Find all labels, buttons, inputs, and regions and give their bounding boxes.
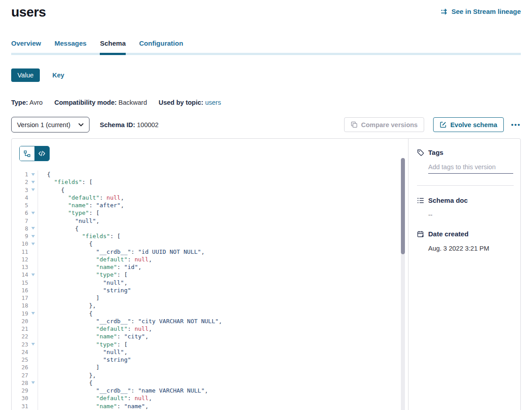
fold-arrow-icon[interactable] bbox=[31, 173, 35, 176]
tags-input[interactable] bbox=[428, 162, 513, 174]
meta-type: Type: Avro bbox=[11, 99, 43, 106]
tab-overview[interactable]: Overview bbox=[11, 39, 41, 53]
stream-lineage-link[interactable]: See in Stream lineage bbox=[441, 8, 521, 15]
code-line: 12 "default": null, bbox=[12, 256, 408, 263]
fold-gutter bbox=[28, 356, 38, 363]
code-text: ] bbox=[38, 363, 99, 371]
code-line: 11 "__crdb__": "id UUID NOT NULL", bbox=[12, 248, 408, 256]
schema-doc-section: Schema doc -- bbox=[417, 196, 514, 218]
code-text: { bbox=[38, 240, 93, 248]
code-line: 25 "string" bbox=[12, 356, 408, 363]
page-title: users bbox=[11, 4, 46, 20]
meta-compatibility: Compatibility mode: Backward bbox=[54, 99, 147, 106]
value-toggle-button[interactable]: Value bbox=[11, 68, 40, 82]
tab-underline-track bbox=[11, 53, 521, 55]
code-line: 30 "default": null, bbox=[12, 394, 408, 402]
fold-gutter bbox=[28, 194, 38, 201]
fold-gutter bbox=[28, 394, 38, 402]
fold-arrow-icon[interactable] bbox=[31, 181, 35, 184]
editor-scrollbar[interactable] bbox=[401, 158, 405, 410]
fold-gutter bbox=[28, 178, 38, 186]
code-line: 16 "string" bbox=[12, 286, 408, 294]
meta-compat-label: Compatibility mode: bbox=[54, 99, 116, 106]
evolve-schema-button[interactable]: Evolve schema bbox=[433, 117, 504, 132]
fold-arrow-icon[interactable] bbox=[31, 227, 35, 230]
fold-gutter bbox=[28, 317, 38, 325]
meta-topic-label: Used by topic: bbox=[158, 99, 203, 106]
tab-configuration[interactable]: Configuration bbox=[139, 39, 183, 53]
edit-icon bbox=[440, 121, 447, 128]
stream-lineage-icon bbox=[441, 9, 448, 15]
fold-gutter bbox=[28, 271, 38, 278]
code-line: 4 "default": null, bbox=[12, 194, 408, 201]
version-select-value: Version 1 (current) bbox=[17, 121, 70, 128]
fold-gutter bbox=[28, 348, 38, 356]
line-number: 8 bbox=[12, 225, 28, 232]
fold-arrow-icon[interactable] bbox=[31, 188, 35, 191]
schema-id-label: Schema ID: bbox=[100, 121, 135, 128]
key-toggle-button[interactable]: Key bbox=[52, 72, 64, 79]
fold-arrow-icon[interactable] bbox=[31, 243, 35, 245]
code-text: "name": "after", bbox=[38, 201, 124, 209]
schema-id-value: 100002 bbox=[137, 121, 158, 128]
fold-gutter bbox=[28, 387, 38, 394]
line-number: 2 bbox=[12, 178, 28, 186]
line-number: 27 bbox=[12, 372, 28, 379]
fold-gutter bbox=[28, 232, 38, 240]
code-line: 3 { bbox=[12, 186, 408, 194]
line-number: 25 bbox=[12, 356, 28, 363]
code-text: "string" bbox=[38, 286, 131, 294]
code-line: 26 ] bbox=[12, 363, 408, 371]
tag-icon bbox=[417, 149, 424, 156]
schema-sidebar: Tags Schema doc -- bbox=[408, 139, 520, 410]
code-text: "type": [ bbox=[38, 209, 99, 217]
code-line: 28 { bbox=[12, 379, 408, 387]
fold-arrow-icon[interactable] bbox=[31, 212, 35, 214]
code-text: "type": [ bbox=[38, 271, 128, 278]
code-line: 14 "type": [ bbox=[12, 271, 408, 278]
code-view-button[interactable] bbox=[34, 146, 49, 161]
code-text: { bbox=[38, 225, 78, 232]
fold-gutter bbox=[28, 209, 38, 217]
code-line: 27 }, bbox=[12, 372, 408, 379]
fold-gutter bbox=[28, 333, 38, 340]
line-number: 22 bbox=[12, 333, 28, 340]
line-number: 3 bbox=[12, 186, 28, 194]
fold-gutter bbox=[28, 379, 38, 387]
line-number: 19 bbox=[12, 310, 28, 317]
fold-arrow-icon[interactable] bbox=[31, 235, 35, 238]
code-text: { bbox=[38, 310, 93, 317]
line-number: 9 bbox=[12, 232, 28, 240]
version-select[interactable]: Version 1 (current) bbox=[11, 117, 89, 132]
fold-gutter bbox=[28, 225, 38, 232]
more-actions-button[interactable]: ••• bbox=[511, 121, 521, 128]
code-text: "__crdb__": "id UUID NOT NULL", bbox=[38, 248, 204, 256]
line-number: 20 bbox=[12, 317, 28, 325]
code-line: 7 "null", bbox=[12, 217, 408, 225]
code-text: { bbox=[38, 186, 64, 194]
fold-gutter bbox=[28, 240, 38, 248]
tab-schema[interactable]: Schema bbox=[100, 39, 126, 53]
tab-messages[interactable]: Messages bbox=[55, 39, 87, 53]
code-text: ] bbox=[38, 294, 99, 302]
topic-link[interactable]: users bbox=[205, 99, 221, 106]
date-created-value: Aug. 3 2022 3:21 PM bbox=[428, 245, 514, 252]
fold-arrow-icon[interactable] bbox=[31, 381, 35, 384]
line-number: 23 bbox=[12, 341, 28, 348]
code-line: 21 "default": null, bbox=[12, 325, 408, 333]
version-bar: Version 1 (current) Schema ID: 100002 Co… bbox=[11, 117, 521, 132]
line-number: 1 bbox=[12, 171, 28, 178]
code-text: "default": null, bbox=[38, 394, 152, 402]
fold-gutter bbox=[28, 310, 38, 317]
date-created-section: Date created Aug. 3 2022 3:21 PM bbox=[417, 230, 514, 252]
fold-arrow-icon[interactable] bbox=[31, 273, 35, 276]
fold-gutter bbox=[28, 286, 38, 294]
tab-bar: Overview Messages Schema Configuration bbox=[11, 39, 521, 53]
fold-arrow-icon[interactable] bbox=[31, 312, 35, 315]
code-text: { bbox=[38, 379, 93, 387]
code-line: 23 "type": [ bbox=[12, 341, 408, 348]
fold-arrow-icon[interactable] bbox=[31, 343, 35, 346]
tree-view-button[interactable] bbox=[20, 146, 34, 161]
compare-versions-button[interactable]: Compare versions bbox=[344, 117, 425, 132]
scrollbar-thumb[interactable] bbox=[401, 158, 405, 254]
